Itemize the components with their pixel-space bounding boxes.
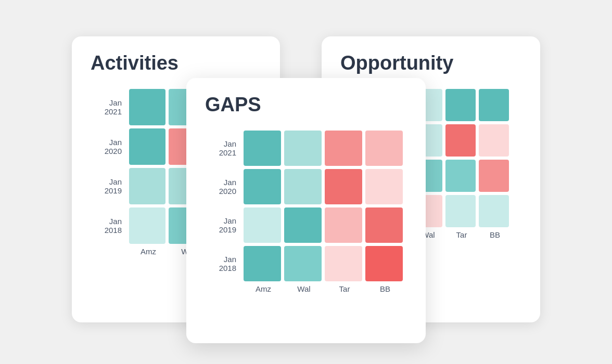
heatmap-cell bbox=[284, 169, 322, 204]
gaps-heatmap: Jan 2021 Jan 2020 Jan 2019 bbox=[205, 131, 407, 293]
heatmap-cell bbox=[325, 169, 362, 204]
activities-title: Activities bbox=[91, 52, 261, 74]
opportunity-title: Opportunity bbox=[340, 52, 521, 74]
row-label: Jan 2020 bbox=[205, 178, 240, 196]
gaps-card: GAPS Jan 2021 Jan 2020 Jan 2019 bbox=[186, 78, 426, 343]
heatmap-cell bbox=[445, 89, 476, 121]
col-label: Wal bbox=[285, 284, 323, 293]
heatmap-cell bbox=[129, 168, 165, 204]
col-label: Tar bbox=[447, 230, 477, 239]
col-label: BB bbox=[480, 230, 510, 239]
heatmap-cell bbox=[284, 207, 322, 243]
heatmap-cell bbox=[325, 207, 362, 243]
heatmap-cell bbox=[445, 160, 476, 192]
row-label: Jan 2018 bbox=[91, 217, 126, 235]
row-label: Jan 2021 bbox=[91, 98, 126, 116]
heatmap-cell bbox=[365, 169, 403, 204]
col-label: Amz bbox=[130, 247, 167, 256]
col-label: Tar bbox=[326, 284, 363, 293]
gaps-title: GAPS bbox=[205, 94, 407, 116]
heatmap-cell bbox=[325, 246, 362, 281]
heatmap-cell bbox=[479, 195, 509, 227]
heatmap-cell bbox=[129, 207, 165, 244]
table-row: Jan 2020 bbox=[205, 169, 407, 204]
row-label: Jan 2018 bbox=[205, 255, 240, 272]
heatmap-cell bbox=[325, 131, 362, 166]
heatmap-cell bbox=[129, 89, 165, 125]
heatmap-cell bbox=[445, 195, 476, 227]
heatmap-cell bbox=[244, 169, 281, 204]
col-label: BB bbox=[366, 284, 404, 293]
row-label: Jan 2020 bbox=[91, 138, 126, 155]
heatmap-cell bbox=[129, 128, 165, 165]
row-label: Jan 2021 bbox=[205, 139, 240, 157]
row-label: Jan 2019 bbox=[205, 216, 240, 234]
heatmap-cell bbox=[479, 124, 509, 157]
row-label: Jan 2019 bbox=[91, 177, 126, 195]
col-label: Amz bbox=[245, 284, 282, 293]
heatmap-cell bbox=[365, 207, 403, 243]
heatmap-cell bbox=[284, 131, 322, 166]
heatmap-cell bbox=[284, 246, 322, 281]
heatmap-cell bbox=[244, 131, 281, 166]
heatmap-cell bbox=[479, 160, 509, 192]
heatmap-cell bbox=[365, 131, 403, 166]
heatmap-cell bbox=[445, 124, 476, 157]
heatmap-cell bbox=[479, 89, 509, 121]
heatmap-cell bbox=[244, 246, 281, 281]
table-row: Jan 2021 bbox=[205, 131, 407, 166]
heatmap-cell bbox=[244, 207, 281, 243]
heatmap-cell bbox=[365, 246, 403, 281]
table-row: Jan 2018 bbox=[205, 246, 407, 281]
col-labels: Amz Wal Tar BB bbox=[245, 284, 407, 293]
scene: Activities Jan 2021 Jan 2020 Jan 2019 Ja… bbox=[72, 21, 540, 343]
table-row: Jan 2019 bbox=[205, 207, 407, 243]
